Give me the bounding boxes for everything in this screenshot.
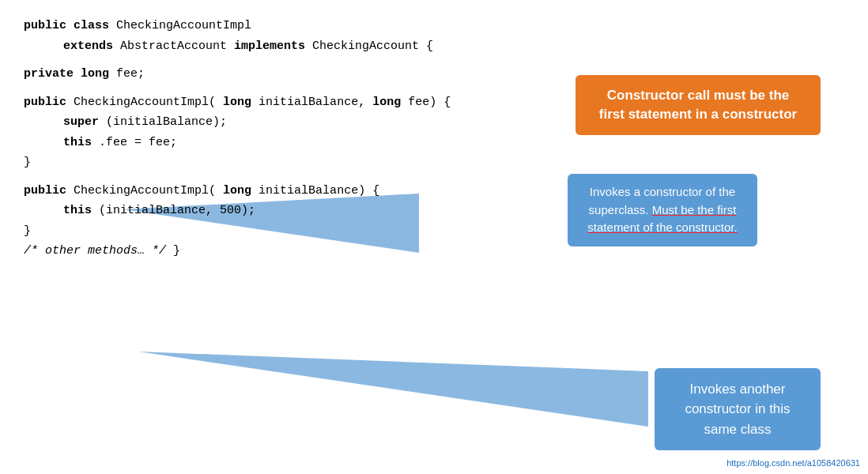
tooltip-blue-super-text: Invokes a constructor of the superclass.…	[587, 185, 737, 234]
code-text: .fee = fee;	[99, 136, 177, 149]
keyword-class: class	[74, 19, 109, 32]
code-text: initialBalance) {	[259, 184, 379, 198]
keyword-long-3: long	[372, 96, 401, 109]
keyword-long-4: long	[223, 184, 251, 198]
keyword-public-2: public	[24, 96, 66, 109]
keyword-extends: extends	[63, 40, 113, 53]
code-line-1: public class CheckingAccountImpl	[24, 16, 844, 36]
code-text: AbstractAccount	[120, 40, 234, 53]
underline-text: Must be the first statement of the const…	[587, 203, 737, 235]
code-text: (initialBalance, 500);	[99, 204, 255, 217]
code-text: initialBalance,	[259, 96, 372, 109]
keyword-this-1: this	[63, 136, 92, 149]
code-text: fee) {	[408, 96, 451, 109]
code-text: }	[24, 224, 31, 238]
keyword-long-2: long	[223, 96, 251, 109]
watermark: https://blog.csdn.net/a1058420631	[726, 458, 860, 468]
code-line-2: extends AbstractAccount implements Check…	[24, 36, 844, 57]
tooltip-orange-text: Constructor call must be thefirst statem…	[599, 88, 797, 122]
keyword-private: private	[24, 67, 74, 81]
code-text: }	[24, 156, 31, 169]
code-text: CheckingAccountImpl(	[74, 184, 216, 198]
code-text: CheckingAccountImpl(	[74, 96, 216, 109]
code-comment: /* other methods… */	[24, 244, 166, 258]
code-text: }	[173, 244, 180, 258]
code-text: (initialBalance);	[106, 115, 227, 129]
keyword-this-2: this	[63, 204, 92, 217]
code-text: fee;	[116, 67, 145, 81]
tooltip-blue-this-text: Invokes another constructor in this same…	[685, 382, 790, 437]
keyword-public-3: public	[24, 184, 66, 198]
keyword-long-1: long	[81, 67, 109, 81]
svg-marker-2	[138, 352, 648, 427]
keyword-super: super	[63, 115, 99, 129]
tooltip-blue-this: Invokes another constructor in this same…	[655, 368, 821, 451]
code-line-9: }	[24, 152, 844, 173]
tooltip-blue-super: Invokes a constructor of the superclass.…	[568, 174, 757, 246]
code-text: CheckingAccountImpl	[116, 19, 251, 32]
keyword-implements: implements	[234, 40, 305, 53]
code-line-8: this .fee = fee;	[24, 133, 844, 153]
code-text: CheckingAccount {	[312, 40, 433, 53]
keyword-public: public	[24, 19, 66, 32]
tooltip-orange: Constructor call must be thefirst statem…	[576, 75, 821, 135]
